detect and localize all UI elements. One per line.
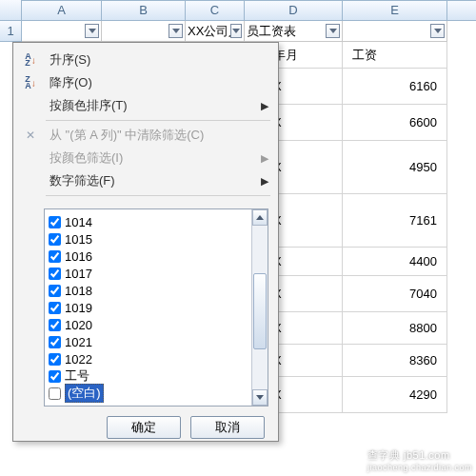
checklist-item[interactable]: 1020 [47,316,249,333]
blank-icon [21,172,40,189]
checklist-item[interactable]: 1017 [47,265,249,282]
cell-salary[interactable]: 8360 [343,345,447,377]
checkbox[interactable] [49,319,61,331]
menu-filter-by-color: 按颜色筛选(I) ▶ [13,147,278,169]
checkbox[interactable] [49,216,61,228]
filter-button-B[interactable] [169,24,183,38]
label: 按颜色筛选(I) [50,149,123,167]
checklist-item[interactable]: 1022 [47,350,249,367]
cell-D1-text: 员工资表 [247,23,296,40]
checkbox[interactable] [49,387,61,400]
cell-salary[interactable]: 6600 [343,105,447,141]
cell-C1-text: XX公司人 [188,23,230,40]
col-header-C[interactable]: C [186,1,245,20]
chevron-down-icon [256,395,264,400]
filter-button-C[interactable] [230,24,242,38]
scroll-down-button[interactable] [252,389,268,406]
checklist-item[interactable]: 1019 [47,299,249,316]
cell-C1[interactable]: XX公司人 [186,21,245,42]
checkbox[interactable] [49,370,61,383]
checklist-label: 1018 [65,284,92,298]
checklist-body: 1014 1015 1016 1017 1018 1019 1020 1021 … [45,209,251,406]
menu-separator [46,120,270,121]
checklist-label: 1021 [65,335,92,349]
scroll-up-button[interactable] [252,209,268,226]
filter-dropdown: AZ↓ 升序(S) ZA↓ 降序(O) 按颜色排序(T) ▶ ✕ 从 "(第 A… [12,42,279,442]
cell-salary[interactable]: 8800 [343,312,447,345]
column-headers: A B C D E [22,0,476,21]
filter-button-A[interactable] [85,24,99,38]
ok-button[interactable]: 确定 [107,416,181,439]
checkbox[interactable] [49,353,61,366]
row-1: XX公司人 员工资表 [22,21,447,42]
chevron-down-icon [172,29,180,33]
label: 升序(S) [50,51,90,69]
cell-E1[interactable] [343,21,447,42]
checklist-label: 1020 [65,318,92,332]
checkbox[interactable] [49,302,61,314]
select-all-corner[interactable] [0,0,22,21]
menu-clear-filter: ✕ 从 "(第 A 列)" 中清除筛选(C) [13,124,278,147]
checklist-label: 工号 [65,367,89,385]
label: 降序(O) [50,74,92,91]
sort-desc-icon: ZA↓ [21,74,40,91]
chevron-up-icon [256,215,264,220]
col-header-B[interactable]: B [102,1,186,20]
cell-salary[interactable]: 4950 [343,141,447,194]
cell-D1[interactable]: 员工资表 [245,21,343,42]
checklist-item-blank[interactable]: (空白) [47,385,249,402]
cell-salary[interactable]: 7040 [343,276,447,312]
cell-salary[interactable]: 7161 [343,194,447,248]
label: 数字筛选(F) [50,172,115,189]
filter-button-E[interactable] [430,24,445,38]
cell-salary[interactable]: 4290 [343,377,447,413]
chevron-down-icon [89,29,96,33]
submenu-arrow-icon: ▶ [261,152,268,165]
checklist-label: 1015 [65,232,92,247]
col-header-E[interactable]: E [343,1,447,20]
submenu-arrow-icon: ▶ [261,100,268,112]
checkbox[interactable] [49,268,61,280]
checklist-item[interactable]: 1016 [47,248,249,265]
cell-salary[interactable]: 6160 [343,69,447,105]
checklist-item[interactable]: 1018 [47,282,249,299]
checklist-scrollbar[interactable] [251,209,268,406]
blank-icon [21,97,40,114]
row-header-1[interactable]: 1 [0,21,22,42]
sort-asc-icon: AZ↓ [21,51,40,69]
menu-sort-asc[interactable]: AZ↓ 升序(S) [13,49,278,71]
cancel-button[interactable]: 取消 [190,416,265,439]
chevron-down-icon [329,29,337,33]
chevron-down-icon [232,29,240,33]
cell-B1[interactable] [102,21,186,42]
cell-salary[interactable]: 4400 [343,248,447,276]
col-header-D[interactable]: D [245,1,343,20]
checklist-label: (空白) [65,384,104,403]
menu-number-filter[interactable]: 数字筛选(F) ▶ [13,169,278,192]
checkbox[interactable] [49,336,61,348]
submenu-arrow-icon: ▶ [261,175,268,188]
checkbox[interactable] [49,233,61,246]
checkbox[interactable] [49,285,61,297]
checklist-label: 1022 [65,352,92,367]
checkbox[interactable] [49,250,61,263]
scroll-track[interactable] [252,226,268,389]
header-salary[interactable]: 工资 [343,42,447,69]
clear-filter-icon: ✕ [21,127,40,144]
label: 从 "(第 A 列)" 中清除筛选(C) [50,127,204,144]
checklist-item[interactable]: 1014 [47,213,249,230]
chevron-down-icon [434,29,442,33]
cell-A1[interactable] [22,21,102,42]
checklist-item[interactable]: 工号 [47,367,249,385]
checklist-item[interactable]: 1021 [47,333,249,350]
filter-menu: AZ↓ 升序(S) ZA↓ 降序(O) 按颜色排序(T) ▶ ✕ 从 "(第 A… [13,43,278,203]
checklist-item[interactable]: 1015 [47,230,249,248]
label: 按颜色排序(T) [50,97,128,114]
scroll-thumb[interactable] [253,273,267,349]
col-header-A[interactable]: A [22,1,102,20]
filter-button-D[interactable] [326,24,340,38]
filter-checklist: 1014 1015 1016 1017 1018 1019 1020 1021 … [44,208,268,407]
menu-separator [46,195,270,196]
menu-sort-desc[interactable]: ZA↓ 降序(O) [13,71,278,94]
menu-sort-by-color[interactable]: 按颜色排序(T) ▶ [13,94,278,117]
